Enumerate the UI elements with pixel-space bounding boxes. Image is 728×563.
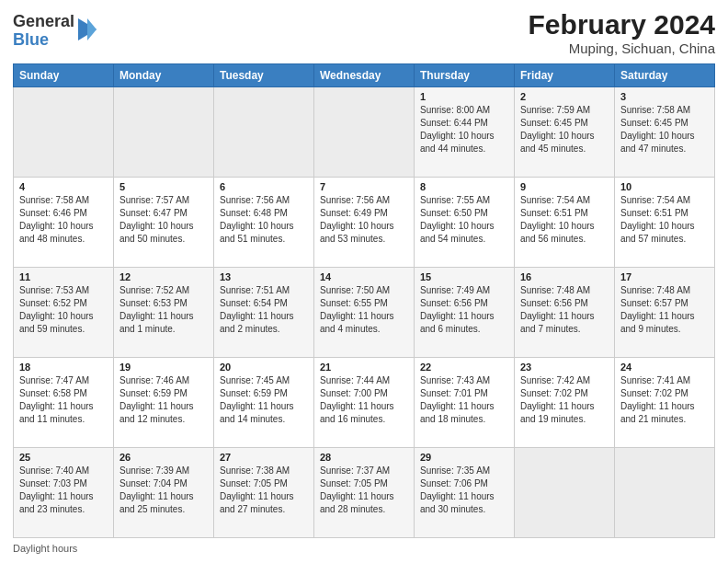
calendar-cell: 7Sunrise: 7:56 AMSunset: 6:49 PMDaylight… — [314, 178, 415, 268]
day-info: Sunrise: 7:58 AMSunset: 6:46 PMDaylight:… — [19, 194, 108, 246]
day-number: 29 — [420, 452, 508, 463]
day-info: Sunrise: 7:41 AMSunset: 7:02 PMDaylight:… — [620, 374, 709, 426]
day-info: Sunrise: 7:39 AMSunset: 7:04 PMDaylight:… — [119, 465, 208, 516]
day-info: Sunrise: 7:48 AMSunset: 6:57 PMDaylight:… — [620, 284, 709, 336]
day-number: 21 — [320, 362, 408, 373]
day-number: 24 — [620, 362, 709, 373]
day-number: 3 — [620, 91, 709, 102]
week-row: 18Sunrise: 7:47 AMSunset: 6:58 PMDayligh… — [14, 358, 715, 448]
calendar-cell: 5Sunrise: 7:57 AMSunset: 6:47 PMDaylight… — [114, 178, 214, 268]
col-header-saturday: Saturday — [615, 64, 715, 87]
day-info: Sunrise: 7:45 AMSunset: 6:59 PMDaylight:… — [220, 374, 308, 426]
week-row: 4Sunrise: 7:58 AMSunset: 6:46 PMDaylight… — [14, 178, 715, 268]
day-info: Sunrise: 7:48 AMSunset: 6:56 PMDaylight:… — [520, 284, 609, 336]
day-info: Sunrise: 7:44 AMSunset: 7:00 PMDaylight:… — [320, 374, 408, 426]
calendar-cell: 4Sunrise: 7:58 AMSunset: 6:46 PMDaylight… — [14, 178, 114, 268]
calendar-cell: 19Sunrise: 7:46 AMSunset: 6:59 PMDayligh… — [114, 358, 214, 448]
page-subtitle: Muping, Sichuan, China — [529, 40, 715, 56]
daylight-label: Daylight hours — [13, 543, 77, 554]
day-number: 2 — [520, 91, 609, 102]
day-number: 12 — [119, 271, 208, 282]
logo-icon — [74, 17, 100, 46]
calendar-cell: 2Sunrise: 7:59 AMSunset: 6:45 PMDaylight… — [515, 87, 615, 178]
header: General Blue February 2024 Muping, Sichu… — [13, 9, 715, 56]
day-info: Sunrise: 7:35 AMSunset: 7:06 PMDaylight:… — [420, 465, 508, 516]
day-info: Sunrise: 7:55 AMSunset: 6:50 PMDaylight:… — [420, 194, 508, 246]
day-info: Sunrise: 7:59 AMSunset: 6:45 PMDaylight:… — [520, 104, 609, 155]
calendar-cell: 12Sunrise: 7:52 AMSunset: 6:53 PMDayligh… — [114, 268, 214, 358]
day-number: 16 — [520, 271, 609, 282]
col-header-tuesday: Tuesday — [214, 64, 314, 87]
day-number: 23 — [520, 362, 609, 373]
day-info: Sunrise: 7:37 AMSunset: 7:05 PMDaylight:… — [320, 465, 408, 516]
day-info: Sunrise: 7:53 AMSunset: 6:52 PMDaylight:… — [19, 284, 108, 336]
day-info: Sunrise: 8:00 AMSunset: 6:44 PMDaylight:… — [420, 104, 508, 155]
day-number: 4 — [19, 181, 108, 192]
calendar-header-row: SundayMondayTuesdayWednesdayThursdayFrid… — [14, 64, 715, 87]
day-info: Sunrise: 7:46 AMSunset: 6:59 PMDaylight:… — [119, 374, 208, 426]
col-header-monday: Monday — [114, 64, 214, 87]
day-info: Sunrise: 7:50 AMSunset: 6:55 PMDaylight:… — [320, 284, 408, 336]
day-number: 14 — [320, 271, 408, 282]
day-info: Sunrise: 7:51 AMSunset: 6:54 PMDaylight:… — [220, 284, 308, 336]
day-number: 19 — [119, 362, 208, 373]
day-number: 27 — [220, 452, 308, 463]
week-row: 25Sunrise: 7:40 AMSunset: 7:03 PMDayligh… — [14, 448, 715, 538]
day-info: Sunrise: 7:47 AMSunset: 6:58 PMDaylight:… — [19, 374, 108, 426]
day-info: Sunrise: 7:56 AMSunset: 6:49 PMDaylight:… — [320, 194, 408, 246]
day-info: Sunrise: 7:42 AMSunset: 7:02 PMDaylight:… — [520, 374, 609, 426]
day-number: 1 — [420, 91, 508, 102]
day-info: Sunrise: 7:58 AMSunset: 6:45 PMDaylight:… — [620, 104, 709, 155]
day-number: 10 — [620, 181, 709, 192]
page-title: February 2024 — [529, 9, 715, 40]
calendar-cell: 16Sunrise: 7:48 AMSunset: 6:56 PMDayligh… — [515, 268, 615, 358]
day-number: 7 — [320, 181, 408, 192]
calendar-cell: 27Sunrise: 7:38 AMSunset: 7:05 PMDayligh… — [214, 448, 314, 538]
day-number: 15 — [420, 271, 508, 282]
day-number: 18 — [19, 362, 108, 373]
calendar-cell: 21Sunrise: 7:44 AMSunset: 7:00 PMDayligh… — [314, 358, 415, 448]
day-number: 20 — [220, 362, 308, 373]
col-header-thursday: Thursday — [415, 64, 515, 87]
calendar-table: SundayMondayTuesdayWednesdayThursdayFrid… — [13, 63, 715, 538]
day-info: Sunrise: 7:56 AMSunset: 6:48 PMDaylight:… — [220, 194, 308, 246]
day-number: 22 — [420, 362, 508, 373]
day-number: 9 — [520, 181, 609, 192]
day-number: 13 — [220, 271, 308, 282]
col-header-wednesday: Wednesday — [314, 64, 415, 87]
calendar-cell — [14, 87, 114, 178]
calendar-cell: 9Sunrise: 7:54 AMSunset: 6:51 PMDaylight… — [515, 178, 615, 268]
calendar-cell: 3Sunrise: 7:58 AMSunset: 6:45 PMDaylight… — [615, 87, 715, 178]
calendar-cell: 6Sunrise: 7:56 AMSunset: 6:48 PMDaylight… — [214, 178, 314, 268]
calendar-cell: 28Sunrise: 7:37 AMSunset: 7:05 PMDayligh… — [314, 448, 415, 538]
calendar-cell: 23Sunrise: 7:42 AMSunset: 7:02 PMDayligh… — [515, 358, 615, 448]
day-info: Sunrise: 7:54 AMSunset: 6:51 PMDaylight:… — [520, 194, 609, 246]
day-info: Sunrise: 7:54 AMSunset: 6:51 PMDaylight:… — [620, 194, 709, 246]
week-row: 1Sunrise: 8:00 AMSunset: 6:44 PMDaylight… — [14, 87, 715, 178]
day-info: Sunrise: 7:43 AMSunset: 7:01 PMDaylight:… — [420, 374, 508, 426]
logo-text: General Blue — [13, 13, 74, 50]
logo: General Blue — [13, 13, 100, 50]
col-header-friday: Friday — [515, 64, 615, 87]
calendar-cell: 10Sunrise: 7:54 AMSunset: 6:51 PMDayligh… — [615, 178, 715, 268]
title-block: February 2024 Muping, Sichuan, China — [529, 9, 715, 56]
calendar-cell: 18Sunrise: 7:47 AMSunset: 6:58 PMDayligh… — [14, 358, 114, 448]
calendar-cell: 20Sunrise: 7:45 AMSunset: 6:59 PMDayligh… — [214, 358, 314, 448]
day-number: 28 — [320, 452, 408, 463]
calendar-cell: 8Sunrise: 7:55 AMSunset: 6:50 PMDaylight… — [415, 178, 515, 268]
calendar-cell: 15Sunrise: 7:49 AMSunset: 6:56 PMDayligh… — [415, 268, 515, 358]
day-info: Sunrise: 7:52 AMSunset: 6:53 PMDaylight:… — [119, 284, 208, 336]
calendar-cell — [615, 448, 715, 538]
calendar-cell — [114, 87, 214, 178]
calendar-cell — [314, 87, 415, 178]
col-header-sunday: Sunday — [14, 64, 114, 87]
week-row: 11Sunrise: 7:53 AMSunset: 6:52 PMDayligh… — [14, 268, 715, 358]
day-info: Sunrise: 7:38 AMSunset: 7:05 PMDaylight:… — [220, 465, 308, 516]
calendar-cell: 17Sunrise: 7:48 AMSunset: 6:57 PMDayligh… — [615, 268, 715, 358]
calendar-cell: 24Sunrise: 7:41 AMSunset: 7:02 PMDayligh… — [615, 358, 715, 448]
day-number: 11 — [19, 271, 108, 282]
page: General Blue February 2024 Muping, Sichu… — [0, 0, 728, 563]
calendar-cell — [214, 87, 314, 178]
day-number: 8 — [420, 181, 508, 192]
day-info: Sunrise: 7:40 AMSunset: 7:03 PMDaylight:… — [19, 465, 108, 516]
